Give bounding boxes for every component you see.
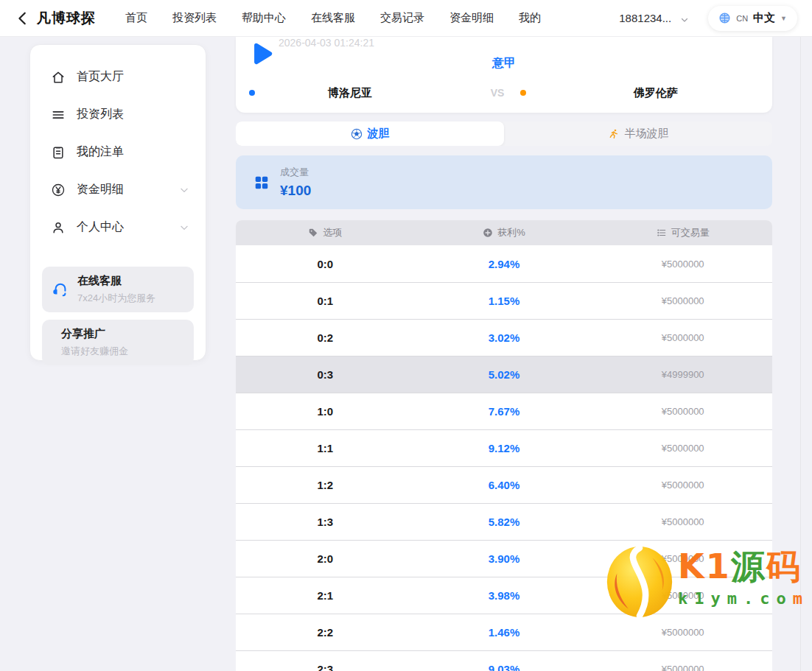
odds-profit: 5.02%	[415, 356, 594, 393]
odds-volume: ¥5000000	[593, 577, 772, 614]
odds-profit: 1.46%	[415, 614, 594, 650]
odds-option: 1:3	[236, 504, 415, 540]
account-dropdown[interactable]: 1881234...	[619, 12, 689, 24]
odds-option: 2:2	[236, 614, 415, 650]
odds-option: 0:2	[236, 320, 415, 356]
app-logo[interactable]: 凡博球探	[37, 9, 96, 28]
runner-icon	[608, 128, 620, 140]
odds-option: 2:0	[236, 541, 415, 577]
odds-volume: ¥5000000	[593, 283, 772, 319]
odds-row[interactable]: 2:0 3.90% ¥5000000	[236, 540, 772, 577]
odds-row[interactable]: 2:3 9.03% ¥5000000	[236, 650, 772, 671]
nav-item-trade-records[interactable]: 交易记录	[380, 11, 424, 25]
odds-profit: 1.15%	[415, 283, 594, 319]
language-selector[interactable]: CN 中文 ▼	[708, 6, 797, 31]
odds-row[interactable]: 1:1 9.12% ¥5000000	[236, 429, 772, 466]
away-team-name: 佛罗伦萨	[567, 86, 744, 100]
odds-volume: ¥5000000	[593, 651, 772, 671]
nav-item-fund-details[interactable]: 资金明细	[449, 11, 494, 25]
list-icon	[51, 108, 66, 122]
odds-table-body: 0:0 2.94% ¥5000000 0:1 1.15% ¥5000000 0:…	[236, 245, 772, 671]
content-right-divider	[800, 37, 801, 671]
odds-profit: 9.03%	[415, 651, 594, 671]
odds-option: 1:2	[236, 467, 415, 503]
odds-profit: 7.67%	[415, 393, 594, 429]
volume-label: 成交量	[280, 166, 311, 179]
home-icon	[51, 70, 66, 85]
odds-row[interactable]: 1:3 5.82% ¥5000000	[236, 503, 772, 540]
nav-item-invest-list[interactable]: 投资列表	[172, 11, 217, 25]
nav-item-mine[interactable]: 我的	[519, 11, 541, 25]
tab-correct-score[interactable]: 波胆	[236, 122, 504, 146]
soccer-ball-icon	[351, 128, 363, 140]
account-phone: 1881234...	[619, 12, 671, 24]
language-code: CN	[736, 14, 748, 23]
odds-volume: ¥5000000	[593, 320, 772, 356]
back-chevron-icon[interactable]	[15, 10, 31, 27]
odds-row[interactable]: 2:1 3.98% ¥5000000	[236, 577, 772, 614]
odds-profit: 5.82%	[415, 504, 594, 540]
online-service-card[interactable]: 在线客服 7x24小时为您服务	[42, 267, 194, 312]
odds-profit: 2.94%	[415, 245, 594, 282]
vs-label: VS	[479, 87, 516, 99]
volume-card: 成交量 ¥100	[236, 155, 772, 209]
sidebar-item-my-orders[interactable]: 我的注单	[30, 133, 206, 171]
nav-item-home[interactable]: 首页	[125, 11, 147, 25]
odds-row[interactable]: 2:2 1.46% ¥5000000	[236, 614, 772, 650]
odds-option: 0:1	[236, 283, 415, 319]
odds-option: 0:0	[236, 245, 415, 282]
main-content: 2026-04-03 01:24:21 意甲 博洛尼亚 VS 佛罗伦萨 波胆 半…	[236, 37, 772, 671]
language-caret-icon: ▼	[780, 15, 787, 22]
tag-icon	[308, 228, 318, 238]
service-card-subtitle: 7x24小时为您服务	[77, 292, 155, 305]
odds-volume: ¥5000000	[593, 614, 772, 650]
share-card-subtitle: 邀请好友赚佣金	[61, 345, 128, 358]
tab-label: 半场波胆	[625, 127, 669, 141]
header-option: 选项	[236, 220, 415, 245]
odds-row[interactable]: 0:3 5.02% ¥4999900	[236, 356, 772, 393]
odds-profit: 6.40%	[415, 467, 594, 503]
share-card-title: 分享推广	[61, 327, 128, 341]
sidebar-item-home-hall[interactable]: 首页大厅	[30, 58, 206, 96]
yen-circle-icon	[51, 183, 66, 197]
sidebar-item-personal-center[interactable]: 个人中心	[30, 208, 206, 246]
odds-row[interactable]: 0:0 2.94% ¥5000000	[236, 245, 772, 282]
main-nav: 首页 投资列表 帮助中心 在线客服 交易记录 资金明细 我的	[125, 11, 541, 25]
away-team-dot	[520, 90, 526, 96]
odds-profit: 9.12%	[415, 430, 594, 466]
tab-label: 波胆	[368, 127, 390, 141]
globe-icon	[718, 12, 731, 24]
tab-halftime-correct-score[interactable]: 半场波胆	[504, 122, 772, 146]
home-team-name: 博洛尼亚	[262, 86, 438, 100]
market-tab-bar: 波胆 半场波胆	[236, 122, 772, 146]
odds-volume: ¥5000000	[593, 504, 772, 540]
sidebar: 首页大厅 投资列表 我的注单 资金明细 个人中心	[29, 44, 206, 361]
odds-option: 1:1	[236, 430, 415, 466]
sidebar-item-invest-list[interactable]: 投资列表	[30, 96, 206, 133]
odds-volume: ¥5000000	[593, 430, 772, 466]
odds-option: 1:0	[236, 393, 415, 429]
odds-table-header: 选项 获利% 可交易量	[236, 220, 772, 245]
odds-row[interactable]: 0:1 1.15% ¥5000000	[236, 282, 772, 319]
grid-icon	[253, 175, 270, 191]
odds-profit: 3.90%	[415, 541, 594, 577]
sidebar-item-fund-details[interactable]: 资金明细	[30, 171, 206, 208]
header-tradable-volume: 可交易量	[593, 220, 772, 245]
team-row: 博洛尼亚 VS 佛罗伦萨	[236, 84, 772, 102]
odds-row[interactable]: 0:2 3.02% ¥5000000	[236, 319, 772, 356]
odds-row[interactable]: 1:0 7.67% ¥5000000	[236, 393, 772, 429]
odds-row[interactable]: 1:2 6.40% ¥5000000	[236, 466, 772, 503]
nav-item-help-center[interactable]: 帮助中心	[242, 11, 286, 25]
chevron-down-icon	[179, 222, 189, 233]
odds-table: 选项 获利% 可交易量 0:0 2.94% ¥5000000 0:1 1.15%…	[236, 220, 772, 671]
match-header-card: 2026-04-03 01:24:21 意甲 博洛尼亚 VS 佛罗伦萨	[236, 37, 772, 113]
odds-volume: ¥5000000	[593, 393, 772, 429]
share-promo-card[interactable]: 分享推广 邀请好友赚佣金	[42, 320, 194, 365]
top-navbar: 凡博球探 首页 投资列表 帮助中心 在线客服 交易记录 资金明细 我的 1881…	[0, 0, 812, 37]
language-label: 中文	[753, 11, 775, 25]
chevron-down-icon	[680, 14, 689, 23]
headset-icon	[52, 281, 69, 298]
nav-item-online-service[interactable]: 在线客服	[311, 11, 355, 25]
odds-volume: ¥5000000	[593, 467, 772, 503]
user-icon	[51, 220, 66, 235]
